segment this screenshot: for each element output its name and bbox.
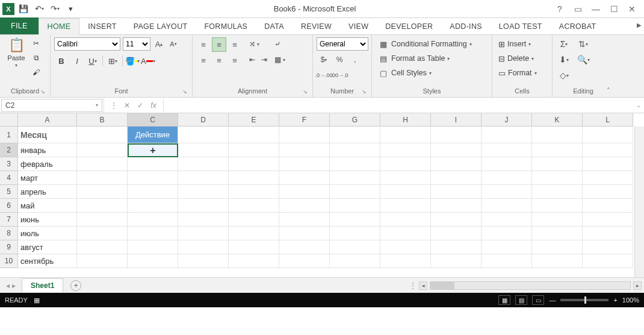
cell-L1[interactable]: [583, 127, 633, 143]
cell-F4[interactable]: [279, 171, 330, 185]
align-left-button[interactable]: ≡: [196, 53, 211, 67]
cell-H3[interactable]: [380, 157, 431, 171]
cell-L8[interactable]: [583, 227, 633, 240]
cell-E9[interactable]: [229, 240, 279, 254]
col-header-L[interactable]: L: [583, 113, 633, 127]
cell-D7[interactable]: [178, 213, 229, 227]
cell-C1[interactable]: Действие: [128, 127, 178, 143]
increase-indent-button[interactable]: ⇥: [259, 53, 270, 66]
align-top-button[interactable]: ≡: [196, 37, 211, 52]
cell-A4[interactable]: март: [18, 171, 77, 185]
close-button[interactable]: ✕: [625, 2, 639, 16]
number-launcher[interactable]: ↘: [362, 89, 367, 95]
redo-button[interactable]: ↷: [48, 2, 61, 16]
spreadsheet-grid[interactable]: ABCDEFGHIJKL 12345678910 МесяцДействиеян…: [0, 113, 644, 277]
formula-menu-icon[interactable]: ⋮: [108, 99, 120, 111]
cell-J4[interactable]: [481, 171, 532, 185]
tab-scroll-right-icon[interactable]: ▶: [637, 22, 642, 28]
cut-button[interactable]: ✂: [30, 37, 42, 49]
bold-button[interactable]: B: [54, 54, 69, 67]
cell-E3[interactable]: [229, 157, 279, 171]
cell-C9[interactable]: [128, 240, 178, 254]
increase-decimal-button[interactable]: .0→.00: [317, 69, 331, 82]
cell-B9[interactable]: [77, 240, 128, 254]
cell-L3[interactable]: [583, 157, 633, 171]
cell-K6[interactable]: [532, 199, 583, 213]
col-header-B[interactable]: B: [77, 113, 128, 127]
font-color-button[interactable]: A: [141, 54, 155, 67]
cell-G4[interactable]: [330, 171, 380, 185]
row-header-1[interactable]: 1: [0, 127, 18, 143]
cell-I10[interactable]: [431, 254, 481, 268]
insert-function-button[interactable]: fx: [147, 99, 159, 111]
merge-center-button[interactable]: ▦: [272, 53, 288, 66]
cell-C3[interactable]: [128, 157, 178, 171]
cell-B6[interactable]: [77, 199, 128, 213]
cell-A6[interactable]: май: [18, 199, 77, 213]
tab-developer[interactable]: DEVELOPER: [377, 19, 441, 34]
font-launcher[interactable]: ↘: [182, 89, 187, 95]
cell-I2[interactable]: [431, 143, 481, 157]
cell-G7[interactable]: [330, 213, 380, 227]
percent-format-button[interactable]: %: [332, 53, 347, 66]
cell-C6[interactable]: [128, 199, 178, 213]
alignment-launcher[interactable]: ↘: [303, 89, 308, 95]
cell-I6[interactable]: [431, 199, 481, 213]
border-button[interactable]: ⊞: [105, 54, 120, 67]
underline-button[interactable]: U: [85, 54, 100, 67]
cell-D6[interactable]: [178, 199, 229, 213]
number-format-combo[interactable]: General: [317, 37, 368, 51]
cell-K1[interactable]: [532, 127, 583, 143]
align-center-button[interactable]: ≡: [212, 53, 226, 67]
tab-insert[interactable]: INSERT: [79, 19, 125, 34]
cell-E4[interactable]: [229, 171, 279, 185]
clear-button[interactable]: ◇: [556, 69, 572, 82]
format-cells-button[interactable]: ▭Format: [496, 66, 539, 80]
cell-A10[interactable]: сентябрь: [18, 254, 77, 268]
cell-F3[interactable]: [279, 157, 330, 171]
cell-E7[interactable]: [229, 213, 279, 227]
insert-cells-button[interactable]: ⊞Insert: [496, 37, 539, 51]
clipboard-launcher[interactable]: ↘: [40, 89, 45, 95]
format-as-table-button[interactable]: ▤Format as Table: [376, 52, 474, 65]
cell-H6[interactable]: [380, 199, 431, 213]
copy-button[interactable]: ⧉: [30, 52, 42, 64]
align-right-button[interactable]: ≡: [228, 53, 242, 67]
cell-D4[interactable]: [178, 171, 229, 185]
cell-B4[interactable]: [77, 171, 128, 185]
cell-B1[interactable]: [77, 127, 128, 143]
undo-button[interactable]: ↶: [33, 2, 46, 16]
cell-H4[interactable]: [380, 171, 431, 185]
tab-load-test[interactable]: LOAD TEST: [491, 19, 551, 34]
cell-B3[interactable]: [77, 157, 128, 171]
cell-K5[interactable]: [532, 185, 583, 199]
cell-G3[interactable]: [330, 157, 380, 171]
sort-filter-button[interactable]: ⇅: [575, 37, 591, 51]
cell-G2[interactable]: [330, 143, 380, 157]
sheet-nav[interactable]: ◂▸: [0, 281, 22, 290]
cell-K8[interactable]: [532, 227, 583, 240]
help-button[interactable]: ?: [553, 2, 567, 16]
zoom-level[interactable]: 100%: [622, 296, 639, 304]
tab-data[interactable]: DATA: [256, 19, 293, 34]
cell-C10[interactable]: [128, 254, 178, 268]
cell-G6[interactable]: [330, 199, 380, 213]
row-header-10[interactable]: 10: [0, 254, 18, 268]
col-header-G[interactable]: G: [330, 113, 380, 127]
cell-K7[interactable]: [532, 213, 583, 227]
cell-L9[interactable]: [583, 240, 633, 254]
cell-C7[interactable]: [128, 213, 178, 227]
cell-K9[interactable]: [532, 240, 583, 254]
cell-F7[interactable]: [279, 213, 330, 227]
paste-button[interactable]: 📋 Paste ▾: [4, 37, 29, 68]
cell-J1[interactable]: [481, 127, 532, 143]
row-headers[interactable]: 12345678910: [0, 127, 18, 268]
cell-H2[interactable]: [380, 143, 431, 157]
cell-J10[interactable]: [481, 254, 532, 268]
cell-B8[interactable]: [77, 227, 128, 240]
row-header-6[interactable]: 6: [0, 199, 18, 213]
fill-button[interactable]: ⬇: [556, 53, 572, 66]
tab-add-ins[interactable]: ADD-INS: [441, 19, 491, 34]
cell-I1[interactable]: [431, 127, 481, 143]
col-header-J[interactable]: J: [481, 113, 532, 127]
